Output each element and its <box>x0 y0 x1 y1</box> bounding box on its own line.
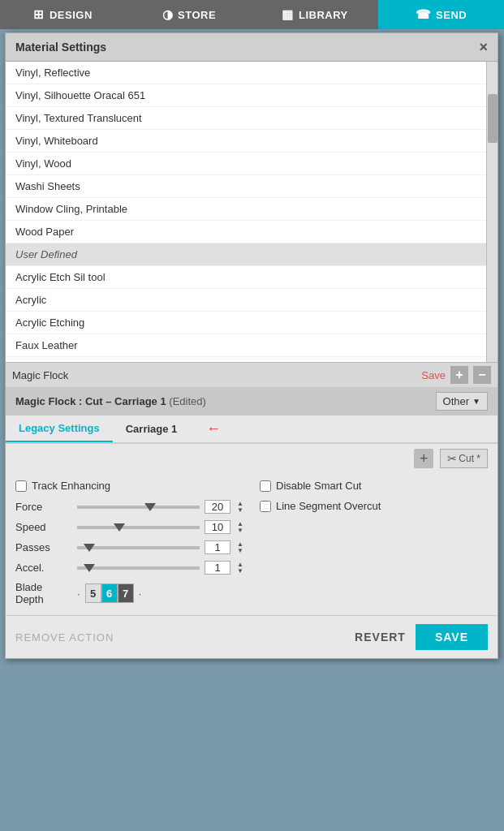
blade-depth-row: Blade Depth · 5 6 7 · <box>15 581 243 605</box>
modal-title: Material Settings <box>15 41 106 54</box>
add-action-button[interactable]: + <box>414 449 433 468</box>
disable-smart-cut-label: Disable Smart Cut <box>276 480 361 492</box>
list-item[interactable]: Vinyl, Textured Translucent <box>6 107 486 130</box>
blade-digit-5[interactable]: 5 <box>85 583 101 603</box>
list-item[interactable]: Washi Sheets <box>6 175 486 198</box>
tab-design-label: DESIGN <box>50 9 93 21</box>
tab-send-label: SEND <box>436 9 467 21</box>
track-enhancing-checkbox[interactable] <box>15 480 27 492</box>
blade-digit-6[interactable]: 6 <box>101 583 118 603</box>
track-enhancing-row: Track Enhancing <box>15 480 243 492</box>
accel-slider-container <box>77 566 200 570</box>
settings-left: Track Enhancing Force 20 ▲ ▼ Speed <box>15 480 243 605</box>
force-value: 20 <box>205 500 230 514</box>
selected-material-name: Magic Flock <box>12 369 416 381</box>
list-item[interactable]: User Defined <box>6 243 486 266</box>
scrollbar-thumb[interactable] <box>488 94 498 143</box>
cut-settings-title: Magic Flock : Cut – Carriage 1 (Edited) <box>15 395 206 407</box>
passes-arrows[interactable]: ▲ ▼ <box>237 541 243 554</box>
tab-store-label: STORE <box>178 9 216 21</box>
line-segment-overcut-checkbox[interactable] <box>260 501 271 512</box>
line-segment-overcut-row: Line Segment Overcut <box>260 500 488 512</box>
dropdown-arrow-icon: ▼ <box>472 397 480 406</box>
speed-arrows[interactable]: ▲ ▼ <box>237 521 243 534</box>
add-material-button[interactable]: + <box>450 366 468 384</box>
tab-send[interactable]: ☎ SEND <box>378 0 504 29</box>
cut-edited-label: (Edited) <box>169 395 206 407</box>
blade-digit-7[interactable]: 7 <box>118 583 134 603</box>
list-item[interactable]: Faux Leather <box>6 334 486 357</box>
close-button[interactable]: × <box>479 40 488 54</box>
settings-area: Track Enhancing Force 20 ▲ ▼ Speed <box>6 473 498 615</box>
material-list: Vinyl, ReflectiveVinyl, Silhouette Oraca… <box>6 62 486 362</box>
blade-start-indicator: · <box>77 588 80 600</box>
list-item[interactable]: Vinyl, Silhouette Oracal 651 <box>6 84 486 107</box>
line-segment-overcut-label: Line Segment Overcut <box>276 500 381 512</box>
passes-row: Passes 1 ▲ ▼ <box>15 540 243 554</box>
tab-library[interactable]: ▦ LIBRARY <box>252 0 378 29</box>
list-item[interactable]: Vinyl, Whiteboard <box>6 130 486 153</box>
force-slider-track[interactable] <box>77 506 200 509</box>
send-icon: ☎ <box>416 7 432 22</box>
track-enhancing-label: Track Enhancing <box>32 480 110 492</box>
arrow-indicator: ← <box>206 420 221 437</box>
accel-arrows[interactable]: ▲ ▼ <box>237 562 243 575</box>
remove-action-button[interactable]: REMOVE ACTION <box>15 631 114 644</box>
blade-depth-label: Blade Depth <box>15 581 72 605</box>
passes-value: 1 <box>205 540 230 554</box>
disable-smart-cut-row: Disable Smart Cut <box>260 480 488 492</box>
cut-title-main: Magic Flock : Cut – Carriage 1 <box>15 395 166 407</box>
accel-down-arrow[interactable]: ▼ <box>237 568 243 575</box>
passes-slider-thumb[interactable] <box>84 544 95 552</box>
tab-design[interactable]: ⊞ DESIGN <box>0 0 126 29</box>
cut-settings-header: Magic Flock : Cut – Carriage 1 (Edited) … <box>6 387 498 416</box>
speed-slider-thumb[interactable] <box>114 523 125 532</box>
settings-right: Disable Smart Cut Line Segment Overcut <box>260 480 488 605</box>
tab-legacy-settings[interactable]: Legacy Settings <box>6 416 113 442</box>
material-settings-modal: Material Settings × Vinyl, ReflectiveVin… <box>5 32 498 659</box>
scrollbar-track[interactable] <box>486 62 498 362</box>
list-item[interactable]: Vinyl, Reflective <box>6 62 486 84</box>
force-arrows[interactable]: ▲ ▼ <box>237 501 243 514</box>
list-item[interactable]: Online Label Removable Matte <box>6 357 486 362</box>
disable-smart-cut-checkbox[interactable] <box>260 480 271 492</box>
design-icon: ⊞ <box>33 7 45 22</box>
list-item[interactable]: Window Cling, Printable <box>6 198 486 221</box>
revert-button[interactable]: REVERT <box>355 624 406 650</box>
accel-slider-thumb[interactable] <box>84 564 95 572</box>
force-slider-thumb[interactable] <box>144 503 156 511</box>
other-label: Other <box>443 395 470 407</box>
speed-down-arrow[interactable]: ▼ <box>237 527 243 534</box>
other-dropdown[interactable]: Other ▼ <box>436 392 488 411</box>
force-slider-container <box>77 506 200 509</box>
force-down-arrow[interactable]: ▼ <box>237 507 243 514</box>
bottom-footer: REMOVE ACTION REVERT SAVE <box>6 615 498 658</box>
list-item[interactable]: Acrylic <box>6 289 486 312</box>
passes-down-arrow[interactable]: ▼ <box>237 548 243 554</box>
tabs-row: Legacy Settings Carriage 1 ← <box>6 416 498 444</box>
cut-badge[interactable]: ✂ Cut * <box>440 449 488 468</box>
save-material-link[interactable]: Save <box>421 369 446 381</box>
library-icon: ▦ <box>282 7 294 22</box>
speed-slider-track[interactable] <box>77 526 200 529</box>
accel-value: 1 <box>205 561 230 575</box>
accel-row: Accel. 1 ▲ ▼ <box>15 561 243 575</box>
passes-label: Passes <box>15 541 72 553</box>
force-row: Force 20 ▲ ▼ <box>15 500 243 514</box>
list-item[interactable]: Acrylic Etching <box>6 312 486 334</box>
save-button[interactable]: SAVE <box>416 624 488 650</box>
accel-slider-track[interactable] <box>77 566 200 570</box>
tab-store[interactable]: ◑ STORE <box>126 0 252 29</box>
tab-carriage-1[interactable]: Carriage 1 <box>113 416 191 441</box>
speed-value: 10 <box>205 520 230 534</box>
force-label: Force <box>15 501 72 513</box>
tab-library-label: LIBRARY <box>299 9 348 21</box>
remove-material-button[interactable]: − <box>473 366 491 384</box>
speed-label: Speed <box>15 521 72 533</box>
passes-slider-track[interactable] <box>77 546 200 549</box>
list-item[interactable]: Wood Paper <box>6 221 486 243</box>
blade-numbers: 5 6 7 <box>85 583 134 603</box>
list-item[interactable]: Vinyl, Wood <box>6 153 486 175</box>
list-item[interactable]: Acrylic Etch Sil tool <box>6 266 486 289</box>
speed-slider-container <box>77 526 200 529</box>
